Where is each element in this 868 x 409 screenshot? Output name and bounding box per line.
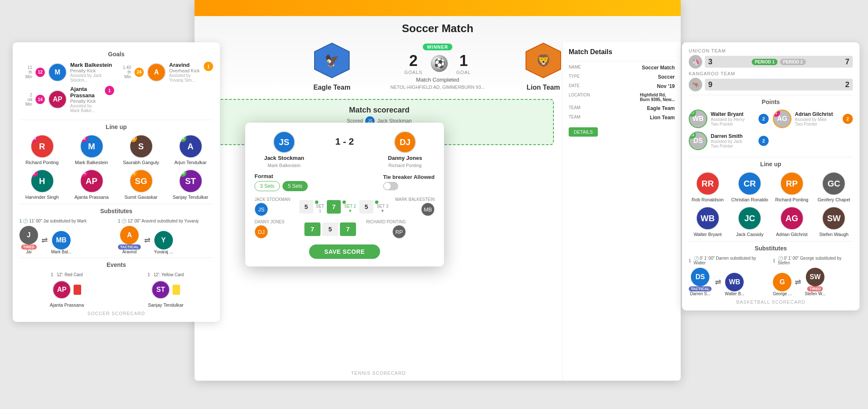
sub-item-1: 1 🕐 11' 00" Jai substituted by Mark [19,219,115,223]
bball-lineup-adrian2: AG Adrian Gilchrist [773,206,811,237]
bball-sub-from-2: G George ... [773,273,791,296]
tennis-avatar-right: DJ [394,131,416,153]
bball-points-title: Points [689,99,853,105]
bball-sub-arrows-1: ⇌ [715,277,721,287]
lineup-avatar-sumit: 45SG [129,169,153,193]
bball-sub-from-avatar-2: G [773,273,791,291]
bball-info-darren: Darren Smith Assisted by JackTwo Pointer [711,133,755,148]
lineup-name-richard: Richard Ponting [25,160,58,165]
tennis-name-left: Jack Stockman [264,155,304,161]
avatar-danny: DJ [255,225,268,239]
bball-avatar-christian: CR [738,172,761,195]
detail-value-type: Soccer [658,74,675,80]
match-details-title: Match Details [569,48,675,56]
unicon-score1: 3 [708,58,712,66]
goal-item-3: 1.40thMin 24 A Aravind Overhead Kick Ass… [118,62,213,82]
lineup-mark: 12M Mark Balkestein [69,135,114,165]
red-card-icon [74,285,81,295]
bball-lineup-title: Line up [689,161,853,167]
bball-lineup-geofery: GC Geofery Chapel [815,172,853,202]
bball-sub-to-2: SW TIRED Stefen W... [805,268,825,296]
score-row: 2 GOALS ⚽ 1 GOAL [404,52,471,75]
lion-hexagon: 🦁 [524,41,562,80]
divider-2 [19,204,213,204]
bball-name-christian: Christian Ronaldo [731,197,768,202]
format-btn-3sets[interactable]: 3 Sets [255,181,280,191]
right-score: 1 [459,52,468,70]
bball-sub-left: 1 🕐 0' 1' 00" Darren substituted by Walt… [689,256,769,296]
sub-avatars-1: J TIRED Jai ⇌ MB Mark Bal... [19,226,115,254]
bball-name-geofery: Geofery Chapel [818,197,850,202]
bball-item-walter: 57WB Walter Bryant Assisted by HenryTwo … [689,110,769,128]
bball-sub-to-name-1: Walter B... [725,291,744,296]
goal-badge-1: 12 [36,68,45,77]
bball-lineup-grid: RR Rob Ronaldson CR Christian Ronaldo RP… [689,172,853,237]
bball-lineup-christian: CR Christian Ronaldo [731,172,769,202]
lineup-avatar-mark: 12M [80,135,104,158]
bball-subs-row: 1 🕐 0' 1' 00" Darren substituted by Walt… [689,256,853,296]
detail-label-team2: TEAM [569,115,580,121]
yellow-card-icon [173,285,180,295]
goal-time-3: 1.40thMin [118,65,131,79]
sub-arrows-1: ⇌ [41,236,48,245]
set2-left: 7 [327,200,341,214]
goal-count-badge-3: 1 [204,62,213,71]
basketball-card: UNICON TEAM 🦄 3 PERIOD 1 PERIOD 2 7 KANG… [682,42,860,310]
sub-to-name-1: Mark Bal... [51,250,71,254]
bball-sub-right: 1 🕐 0' 1' 00" George substituted by Stef… [773,256,853,296]
goal-player-1: Mark Balkestein [70,62,114,68]
bball-lineup-rob: RR Rob Ronaldson [689,172,727,202]
bball-sub-from-name-1: Darren S... [690,291,710,296]
goal-player-2: Ajanta Prassana [70,86,101,99]
format-btn-5sets[interactable]: 5 Sets [282,181,308,191]
bball-sub-from-avatar-1: DS [691,268,709,286]
bball-assist-darren: Assisted by JackTwo Pointer [711,139,755,148]
event-avatar-yellow: ST [151,280,170,299]
bball-points-row: 57WB Walter Bryant Assisted by HenryTwo … [689,110,853,154]
bball-sub-avatars-2: G George ... ⇌ SW TIRED Stefen W... [773,268,853,296]
set3-indicator: SET 3 ▼ [375,200,390,213]
lineup-harvinder: 1H Harvinder Singh [19,169,65,200]
detail-value-team2: Lion Team [650,115,675,121]
event-avatar-red: AP [52,280,71,299]
save-score-button[interactable]: SAVE SCORE [309,244,380,259]
set3-left: 5 [359,200,373,214]
scorecard-title: Match scorecard [213,106,545,115]
unicon-score2: 7 [845,58,849,66]
bball-avatar-stefen: SW [822,206,846,230]
bball-sub-event-1: 1 🕐 0' 1' 00" Darren substituted by Walt… [689,256,769,265]
goal-item-1: 11thMin 12 M Mark Balkestein Penalty Kic… [19,62,114,82]
tennis-score: 1 - 2 [335,131,354,147]
kangaroo-logo: 🦘 [689,78,702,91]
period1-badge: PERIOD 1 [752,59,778,65]
bball-name-darren: Darren Smith [711,133,755,139]
tiebreak-toggle[interactable] [383,182,398,190]
bball-name-adrian2: Adrian Gilchrist [776,232,808,237]
lion-team-name: Lion Team [527,84,560,91]
lineup-name-sanjay: Sanjay Tendulkar [173,195,208,200]
format-label: Format [255,173,308,179]
details-button[interactable]: DETAILS [569,127,598,137]
kangaroo-header: KANGAROO TEAM [689,71,853,76]
sub-time-2: 1 [118,219,120,223]
left-score: 2 [409,52,418,70]
bball-sub-from-1: DS TACTICAL Darren S... [689,268,712,296]
bball-avatar-darren: 13DS [689,132,707,150]
lineup-sanjay: 33ST Sanjay Tendulkar [168,169,213,200]
lineup-name-saurabh: Saurabh Ganguly [123,160,159,165]
player-left-label: JACK STOCKMAN JS [255,197,296,216]
bball-item-darren: 13DS Darren Smith Assisted by JackTwo Po… [689,132,769,150]
detail-label-type: TYPE [569,74,580,80]
divider-3 [19,258,213,258]
event-yellow-row: ST [151,280,180,299]
bball-assist-adrian: Assisted by MikeTwo Pointer [795,117,839,126]
lineup-sumit: 45SG Sumit Gavaskar [118,169,164,200]
bball-item-adrian: 1AG Adrian Gilchrist Assisted by MikeTwo… [773,110,853,128]
kangaroo-score-bar: 9 2 [705,79,853,91]
bball-score-adrian: 2 [843,114,853,124]
lineup-avatar-saurabh: 22S [129,135,153,158]
sub-from-avatar-2: A [120,226,139,244]
detail-row-team1: TEAM Eagle Team [569,105,675,111]
goal-avatar-2: AP [48,90,67,109]
bball-info-adrian: Adrian Gilchrist Assisted by MikeTwo Poi… [795,111,839,126]
